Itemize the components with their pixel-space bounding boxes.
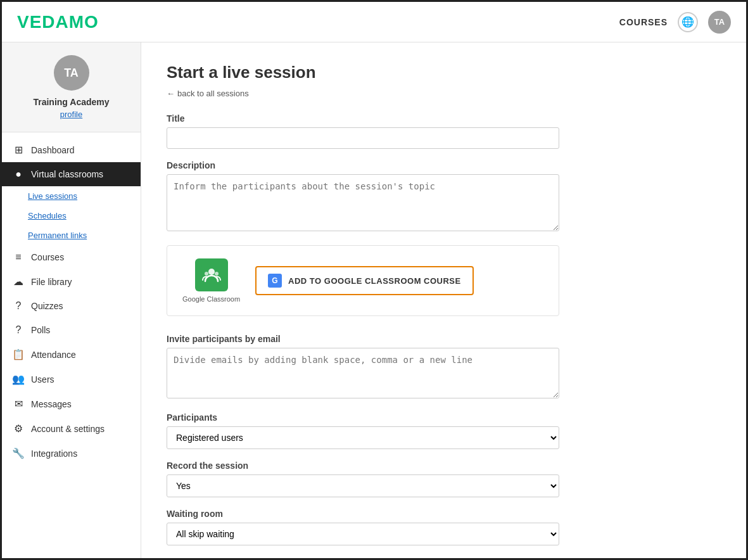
add-to-google-classroom-button[interactable]: G ADD TO GOOGLE CLASSROOM COURSE <box>255 266 474 295</box>
sidebar-item-label: Attendance <box>31 350 76 360</box>
sidebar: TA Training Academy profile ⊞ Dashboard … <box>2 42 141 558</box>
google-classroom-label: Google Classroom <box>182 295 240 303</box>
record-select[interactable]: Yes No <box>167 474 559 497</box>
dashboard-icon: ⊞ <box>12 144 25 156</box>
top-nav: VEDAMO COURSES 🌐 TA <box>2 2 746 42</box>
sidebar-item-users[interactable]: 👥 Users <box>2 367 141 391</box>
sidebar-item-virtual-classrooms[interactable]: ● Virtual classrooms <box>2 162 141 186</box>
integrations-icon: 🔧 <box>12 447 25 459</box>
waiting-room-select[interactable]: All skip waiting All wait <box>167 523 559 545</box>
nav-globe-button[interactable]: 🌐 <box>678 12 698 32</box>
virtual-classrooms-icon: ● <box>12 169 25 180</box>
sidebar-item-account-settings[interactable]: ⚙ Account & settings <box>2 416 141 441</box>
sidebar-item-label: Quizzes <box>31 301 63 311</box>
participants-select[interactable]: Registered users Anyone with the link <box>167 426 559 449</box>
sidebar-subitem-permanent-links[interactable]: Permanent links <box>2 226 141 245</box>
svg-point-2 <box>205 272 208 276</box>
sidebar-item-dashboard[interactable]: ⊞ Dashboard <box>2 137 141 162</box>
globe-icon: 🌐 <box>681 16 694 28</box>
description-label: Description <box>167 160 559 170</box>
google-classroom-box: Google Classroom G ADD TO GOOGLE CLASSRO… <box>167 245 559 316</box>
sidebar-item-label: Messages <box>31 399 72 409</box>
messages-icon: ✉ <box>12 398 25 410</box>
title-input[interactable] <box>167 127 559 149</box>
sidebar-item-label: Users <box>31 374 54 385</box>
sidebar-item-label: Integrations <box>31 449 77 459</box>
profile-avatar: TA <box>54 55 89 91</box>
account-settings-icon: ⚙ <box>12 423 25 435</box>
sidebar-item-label: Account & settings <box>31 424 105 434</box>
svg-point-3 <box>215 272 219 276</box>
main-layout: TA Training Academy profile ⊞ Dashboard … <box>2 42 746 558</box>
description-textarea[interactable] <box>167 174 559 231</box>
sidebar-item-label: Polls <box>31 325 50 335</box>
sidebar-subitem-schedules[interactable]: Schedules <box>2 206 141 226</box>
users-icon: 👥 <box>12 373 25 385</box>
gc-button-label: ADD TO GOOGLE CLASSROOM COURSE <box>288 276 461 286</box>
nav-right: COURSES 🌐 TA <box>619 11 731 34</box>
sidebar-subitem-live-sessions[interactable]: Live sessions <box>2 186 141 206</box>
sidebar-profile: TA Training Academy profile <box>2 42 141 132</box>
polls-icon: ? <box>12 324 25 336</box>
form-section: Start a live session back to all session… <box>167 63 559 557</box>
app-frame: VEDAMO COURSES 🌐 TA TA Training Academy … <box>0 0 748 560</box>
courses-icon: ≡ <box>12 251 25 263</box>
title-label: Title <box>167 113 559 124</box>
google-icon: G <box>268 274 282 288</box>
file-library-icon: ☁ <box>12 276 25 288</box>
sidebar-item-polls[interactable]: ? Polls <box>2 318 141 342</box>
profile-link[interactable]: profile <box>60 110 82 119</box>
schedules-label: Schedules <box>28 211 67 220</box>
sidebar-item-label: Courses <box>31 252 64 262</box>
sidebar-item-label: File library <box>31 277 72 287</box>
invite-label: Invite participants by email <box>167 334 559 344</box>
nav-courses-link[interactable]: COURSES <box>619 17 668 27</box>
waiting-room-label: Waiting room <box>167 509 559 519</box>
nav-avatar[interactable]: TA <box>708 11 731 34</box>
svg-point-1 <box>208 269 215 275</box>
sidebar-nav: ⊞ Dashboard ● Virtual classrooms Live se… <box>2 132 141 558</box>
sidebar-item-courses[interactable]: ≡ Courses <box>2 245 141 269</box>
sidebar-item-quizzes[interactable]: ? Quizzes <box>2 294 141 318</box>
quizzes-icon: ? <box>12 300 25 312</box>
invite-textarea[interactable] <box>167 348 559 398</box>
sidebar-item-integrations[interactable]: 🔧 Integrations <box>2 441 141 466</box>
attendance-icon: 📋 <box>12 348 25 360</box>
google-g-letter: G <box>272 276 278 285</box>
back-link[interactable]: back to all sessions <box>167 89 559 98</box>
sidebar-item-label: Dashboard <box>31 145 75 155</box>
sidebar-item-attendance[interactable]: 📋 Attendance <box>2 342 141 367</box>
gc-logo-area: Google Classroom <box>182 258 240 303</box>
profile-name: Training Academy <box>33 97 109 107</box>
sidebar-item-label: Virtual classrooms <box>31 169 103 179</box>
participants-label: Participants <box>167 412 559 423</box>
page-title: Start a live session <box>167 63 559 82</box>
google-classroom-icon <box>195 258 228 291</box>
content-area: Start a live session back to all session… <box>141 42 746 558</box>
sidebar-item-messages[interactable]: ✉ Messages <box>2 391 141 416</box>
sidebar-item-file-library[interactable]: ☁ File library <box>2 269 141 294</box>
permanent-links-label: Permanent links <box>28 231 87 240</box>
live-sessions-label: Live sessions <box>28 191 77 201</box>
logo: VEDAMO <box>17 12 99 32</box>
record-label: Record the session <box>167 461 559 471</box>
